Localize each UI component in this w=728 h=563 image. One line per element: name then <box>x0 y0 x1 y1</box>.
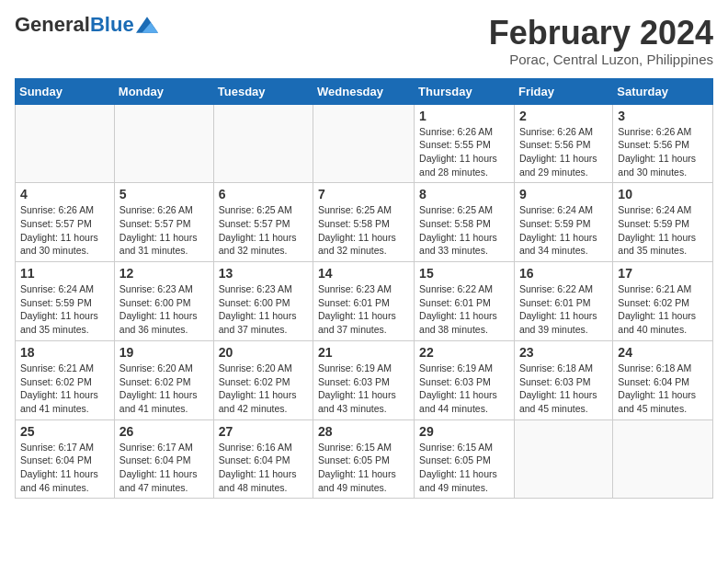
day-number: 9 <box>519 187 608 201</box>
day-info: Sunrise: 6:22 AM Sunset: 6:01 PM Dayligh… <box>419 282 509 337</box>
table-cell <box>514 419 612 499</box>
day-info: Sunrise: 6:20 AM Sunset: 6:02 PM Dayligh… <box>119 362 209 416</box>
header-sunday: Sunday <box>16 78 115 104</box>
day-number: 12 <box>119 266 209 281</box>
header: GeneralBlue February 2024 Porac, Central… <box>15 15 713 67</box>
table-cell: 9Sunrise: 6:24 AM Sunset: 5:59 PM Daylig… <box>514 183 612 262</box>
week-row-4: 18Sunrise: 6:21 AM Sunset: 6:02 PM Dayli… <box>16 340 713 419</box>
table-cell: 16Sunrise: 6:22 AM Sunset: 6:01 PM Dayli… <box>514 262 612 341</box>
calendar-body: 1Sunrise: 6:26 AM Sunset: 5:55 PM Daylig… <box>16 104 713 499</box>
day-info: Sunrise: 6:19 AM Sunset: 6:03 PM Dayligh… <box>419 362 509 416</box>
day-number: 29 <box>419 424 509 439</box>
table-cell <box>114 104 213 183</box>
calendar-header: Sunday Monday Tuesday Wednesday Thursday… <box>16 78 713 104</box>
table-cell: 17Sunrise: 6:21 AM Sunset: 6:02 PM Dayli… <box>613 262 713 341</box>
day-number: 16 <box>519 266 608 281</box>
table-cell: 11Sunrise: 6:24 AM Sunset: 5:59 PM Dayli… <box>16 262 115 341</box>
logo-blue: Blue <box>90 13 134 36</box>
day-info: Sunrise: 6:16 AM Sunset: 6:04 PM Dayligh… <box>219 441 308 495</box>
table-cell: 18Sunrise: 6:21 AM Sunset: 6:02 PM Dayli… <box>16 340 115 419</box>
day-number: 1 <box>419 109 509 123</box>
day-info: Sunrise: 6:20 AM Sunset: 6:02 PM Dayligh… <box>219 362 308 416</box>
day-info: Sunrise: 6:15 AM Sunset: 6:05 PM Dayligh… <box>318 441 409 495</box>
day-number: 4 <box>20 187 109 201</box>
week-row-3: 11Sunrise: 6:24 AM Sunset: 5:59 PM Dayli… <box>16 262 713 341</box>
table-cell <box>613 419 713 499</box>
table-cell: 23Sunrise: 6:18 AM Sunset: 6:03 PM Dayli… <box>514 340 612 419</box>
day-number: 15 <box>419 266 509 281</box>
day-info: Sunrise: 6:25 AM Sunset: 5:58 PM Dayligh… <box>419 203 509 258</box>
table-cell: 19Sunrise: 6:20 AM Sunset: 6:02 PM Dayli… <box>114 340 213 419</box>
day-info: Sunrise: 6:24 AM Sunset: 5:59 PM Dayligh… <box>618 203 708 258</box>
day-info: Sunrise: 6:26 AM Sunset: 5:57 PM Dayligh… <box>119 203 209 258</box>
header-wednesday: Wednesday <box>313 78 415 104</box>
day-info: Sunrise: 6:23 AM Sunset: 6:01 PM Dayligh… <box>318 282 409 337</box>
title-area: February 2024 Porac, Central Luzon, Phil… <box>489 15 713 67</box>
month-year: February 2024 <box>489 15 713 52</box>
day-info: Sunrise: 6:21 AM Sunset: 6:02 PM Dayligh… <box>20 362 109 416</box>
day-info: Sunrise: 6:17 AM Sunset: 6:04 PM Dayligh… <box>119 441 209 495</box>
day-number: 5 <box>119 187 209 201</box>
day-number: 22 <box>419 345 509 360</box>
day-number: 18 <box>20 345 109 360</box>
day-number: 24 <box>618 345 708 360</box>
day-number: 20 <box>219 345 308 360</box>
day-info: Sunrise: 6:19 AM Sunset: 6:03 PM Dayligh… <box>318 362 409 416</box>
week-row-5: 25Sunrise: 6:17 AM Sunset: 6:04 PM Dayli… <box>16 419 713 499</box>
table-cell: 15Sunrise: 6:22 AM Sunset: 6:01 PM Dayli… <box>415 262 515 341</box>
logo: GeneralBlue <box>15 15 158 35</box>
table-cell: 6Sunrise: 6:25 AM Sunset: 5:57 PM Daylig… <box>213 183 313 262</box>
day-info: Sunrise: 6:25 AM Sunset: 5:57 PM Dayligh… <box>219 203 308 258</box>
day-number: 27 <box>219 424 308 439</box>
day-number: 3 <box>618 109 708 123</box>
day-info: Sunrise: 6:26 AM Sunset: 5:56 PM Dayligh… <box>618 125 708 179</box>
header-friday: Friday <box>514 78 612 104</box>
day-info: Sunrise: 6:21 AM Sunset: 6:02 PM Dayligh… <box>618 282 708 337</box>
day-number: 21 <box>318 345 409 360</box>
day-info: Sunrise: 6:25 AM Sunset: 5:58 PM Dayligh… <box>318 203 409 258</box>
table-cell: 3Sunrise: 6:26 AM Sunset: 5:56 PM Daylig… <box>613 104 713 183</box>
location: Porac, Central Luzon, Philippines <box>489 52 713 67</box>
day-number: 8 <box>419 187 509 201</box>
logo-text: GeneralBlue <box>15 15 134 35</box>
table-cell <box>313 104 415 183</box>
logo-general: General <box>15 13 90 36</box>
header-thursday: Thursday <box>415 78 515 104</box>
day-info: Sunrise: 6:23 AM Sunset: 6:00 PM Dayligh… <box>119 282 209 337</box>
table-cell: 24Sunrise: 6:18 AM Sunset: 6:04 PM Dayli… <box>613 340 713 419</box>
day-number: 19 <box>119 345 209 360</box>
day-info: Sunrise: 6:24 AM Sunset: 5:59 PM Dayligh… <box>519 203 608 258</box>
day-info: Sunrise: 6:15 AM Sunset: 6:05 PM Dayligh… <box>419 441 509 495</box>
day-number: 17 <box>618 266 708 281</box>
table-cell <box>213 104 313 183</box>
day-number: 28 <box>318 424 409 439</box>
calendar-table: Sunday Monday Tuesday Wednesday Thursday… <box>15 78 713 500</box>
day-info: Sunrise: 6:23 AM Sunset: 6:00 PM Dayligh… <box>219 282 308 337</box>
table-cell: 20Sunrise: 6:20 AM Sunset: 6:02 PM Dayli… <box>213 340 313 419</box>
header-row: Sunday Monday Tuesday Wednesday Thursday… <box>16 78 713 104</box>
day-info: Sunrise: 6:22 AM Sunset: 6:01 PM Dayligh… <box>519 282 608 337</box>
table-cell: 2Sunrise: 6:26 AM Sunset: 5:56 PM Daylig… <box>514 104 612 183</box>
header-saturday: Saturday <box>613 78 713 104</box>
table-cell: 12Sunrise: 6:23 AM Sunset: 6:00 PM Dayli… <box>114 262 213 341</box>
table-cell: 28Sunrise: 6:15 AM Sunset: 6:05 PM Dayli… <box>313 419 415 499</box>
table-cell: 8Sunrise: 6:25 AM Sunset: 5:58 PM Daylig… <box>415 183 515 262</box>
logo-icon <box>136 17 158 33</box>
table-cell: 21Sunrise: 6:19 AM Sunset: 6:03 PM Dayli… <box>313 340 415 419</box>
day-info: Sunrise: 6:24 AM Sunset: 5:59 PM Dayligh… <box>20 282 109 337</box>
header-monday: Monday <box>114 78 213 104</box>
header-tuesday: Tuesday <box>213 78 313 104</box>
table-cell: 25Sunrise: 6:17 AM Sunset: 6:04 PM Dayli… <box>16 419 115 499</box>
day-info: Sunrise: 6:26 AM Sunset: 5:56 PM Dayligh… <box>519 125 608 179</box>
table-cell: 27Sunrise: 6:16 AM Sunset: 6:04 PM Dayli… <box>213 419 313 499</box>
day-number: 2 <box>519 109 608 123</box>
table-cell: 26Sunrise: 6:17 AM Sunset: 6:04 PM Dayli… <box>114 419 213 499</box>
day-number: 14 <box>318 266 409 281</box>
table-cell: 13Sunrise: 6:23 AM Sunset: 6:00 PM Dayli… <box>213 262 313 341</box>
table-cell: 4Sunrise: 6:26 AM Sunset: 5:57 PM Daylig… <box>16 183 115 262</box>
day-info: Sunrise: 6:18 AM Sunset: 6:04 PM Dayligh… <box>618 362 708 416</box>
week-row-1: 1Sunrise: 6:26 AM Sunset: 5:55 PM Daylig… <box>16 104 713 183</box>
day-number: 6 <box>219 187 308 201</box>
table-cell: 29Sunrise: 6:15 AM Sunset: 6:05 PM Dayli… <box>415 419 515 499</box>
day-info: Sunrise: 6:17 AM Sunset: 6:04 PM Dayligh… <box>20 441 109 495</box>
